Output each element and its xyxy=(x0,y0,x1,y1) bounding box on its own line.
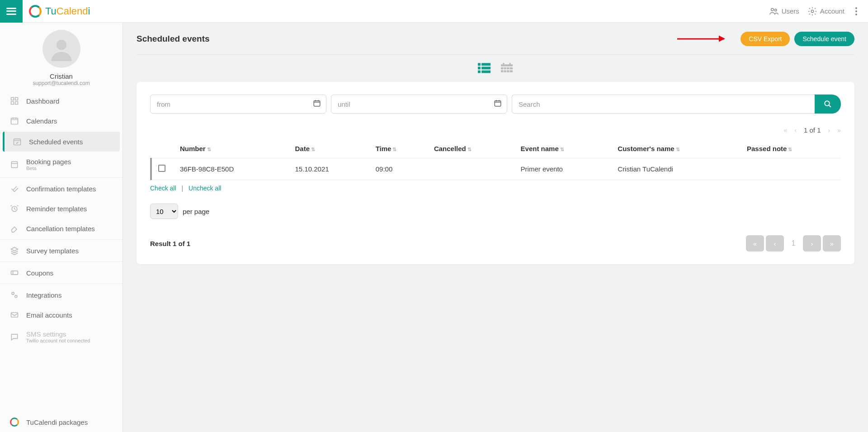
list-view-toggle[interactable] xyxy=(478,63,491,76)
prev-page-button[interactable]: ‹ xyxy=(766,235,784,252)
alarm-icon xyxy=(10,204,19,213)
last-page-button[interactable]: » xyxy=(837,127,841,134)
sidebar-item-coupons[interactable]: Coupons xyxy=(0,263,123,283)
cell-time: 09:00 xyxy=(369,158,428,180)
sidebar-item-label: Booking pages xyxy=(26,158,71,166)
table-row[interactable]: 36FB-98C8-E50D 15.10.2021 09:00 Primer e… xyxy=(151,158,841,180)
col-number[interactable]: Number⇅ xyxy=(174,139,289,158)
page-icon xyxy=(10,160,19,169)
col-passed[interactable]: Passed note⇅ xyxy=(741,139,841,158)
svg-rect-8 xyxy=(11,118,18,124)
sidebar-item-packages[interactable]: TuCalendi packages xyxy=(0,412,123,432)
calendar-view-toggle[interactable] xyxy=(500,63,513,76)
account-link[interactable]: Account xyxy=(807,6,844,16)
check-double-icon xyxy=(10,184,19,193)
users-link[interactable]: Users xyxy=(769,6,799,16)
check-all-link[interactable]: Check all xyxy=(150,185,176,192)
more-menu-button[interactable] xyxy=(853,5,860,18)
calendar-icon[interactable] xyxy=(313,99,321,109)
sidebar-item-email-accounts[interactable]: Email accounts xyxy=(0,305,123,325)
col-customer[interactable]: Customer's name⇅ xyxy=(611,139,741,158)
svg-point-1 xyxy=(774,9,777,11)
per-page-select[interactable]: 10 xyxy=(150,204,178,219)
main-content: Scheduled events CSV Export Schedule eve… xyxy=(123,23,868,432)
brand-logo[interactable]: TuCalendi xyxy=(23,5,90,18)
sidebar-item-cancellation-templates[interactable]: Cancellation templates xyxy=(0,218,123,238)
svg-rect-29 xyxy=(507,70,509,72)
svg-rect-24 xyxy=(504,67,506,69)
sidebar-item-label: Cancellation templates xyxy=(26,225,95,233)
profile-block: Cristian support@tucalendi.com xyxy=(0,23,123,91)
first-page-button[interactable]: « xyxy=(746,235,764,252)
calendar-grid-icon xyxy=(500,63,513,74)
search-icon xyxy=(824,100,832,108)
search-input[interactable] xyxy=(512,95,815,114)
sidebar-item-scheduled-events[interactable]: Scheduled events xyxy=(3,132,120,152)
sidebar-item-confirmation-templates[interactable]: Confirmation templates xyxy=(0,179,123,199)
uncheck-all-link[interactable]: Uncheck all xyxy=(189,185,221,192)
svg-rect-31 xyxy=(503,63,504,65)
page-indicator: 1 of 1 xyxy=(804,126,821,134)
svg-point-14 xyxy=(15,295,17,298)
list-icon xyxy=(478,63,491,74)
svg-rect-28 xyxy=(504,70,506,72)
svg-rect-16 xyxy=(478,63,481,66)
current-page: 1 xyxy=(786,239,801,247)
events-table: Number⇅ Date⇅ Time⇅ Cancelled⇅ Event nam… xyxy=(150,139,841,180)
sidebar-item-label: Dashboard xyxy=(26,97,59,105)
sidebar-item-label: Reminder templates xyxy=(26,205,87,213)
brand-text: TuCalendi xyxy=(45,5,90,17)
svg-point-13 xyxy=(12,292,14,294)
col-event[interactable]: Event name⇅ xyxy=(514,139,612,158)
event-check-icon xyxy=(13,137,22,146)
csv-export-button[interactable]: CSV Export xyxy=(741,32,790,46)
col-cancelled[interactable]: Cancelled⇅ xyxy=(428,139,514,158)
svg-rect-26 xyxy=(510,67,513,69)
result-text: Result 1 of 1 xyxy=(150,240,190,247)
svg-rect-27 xyxy=(501,70,503,72)
menu-toggle-button[interactable] xyxy=(0,0,23,23)
svg-rect-21 xyxy=(481,71,491,73)
sidebar-item-label: TuCalendi packages xyxy=(26,418,88,426)
sidebar-item-label: Integrations xyxy=(26,291,61,299)
profile-name: Cristian xyxy=(5,72,118,80)
sidebar-item-dashboard[interactable]: Dashboard xyxy=(0,91,123,111)
col-time[interactable]: Time⇅ xyxy=(369,139,428,158)
svg-rect-19 xyxy=(481,67,491,70)
pager-top: « ‹ 1 of 1 › » xyxy=(150,126,841,134)
cell-cancelled xyxy=(428,158,514,180)
last-page-button[interactable]: » xyxy=(823,235,841,252)
prev-page-button[interactable]: ‹ xyxy=(794,127,797,134)
next-page-button[interactable]: › xyxy=(828,127,830,134)
from-date-input[interactable] xyxy=(150,95,326,114)
schedule-event-button[interactable]: Schedule event xyxy=(794,32,854,46)
profile-email: support@tucalendi.com xyxy=(5,80,118,86)
svg-rect-30 xyxy=(510,70,513,72)
svg-rect-23 xyxy=(501,67,503,69)
svg-rect-5 xyxy=(15,98,18,100)
until-date-input[interactable] xyxy=(331,95,507,114)
calendar-icon xyxy=(10,116,19,125)
sidebar-item-label: Calendars xyxy=(26,117,57,125)
svg-point-35 xyxy=(825,101,830,106)
search-button[interactable] xyxy=(815,95,841,114)
sidebar-item-label: Scheduled events xyxy=(29,138,83,146)
next-page-button[interactable]: › xyxy=(803,235,821,252)
row-checkbox[interactable] xyxy=(158,165,165,172)
mail-icon xyxy=(10,310,19,319)
sidebar-item-calendars[interactable]: Calendars xyxy=(0,111,123,131)
first-page-button[interactable]: « xyxy=(784,127,788,134)
avatar[interactable] xyxy=(42,30,80,68)
svg-rect-25 xyxy=(507,67,509,69)
calendar-icon[interactable] xyxy=(494,99,502,109)
sidebar-item-reminder-templates[interactable]: Reminder templates xyxy=(0,199,123,218)
col-date[interactable]: Date⇅ xyxy=(289,139,369,158)
cell-number: 36FB-98C8-E50D xyxy=(174,158,289,180)
svg-rect-17 xyxy=(481,63,491,66)
sidebar-item-integrations[interactable]: Integrations xyxy=(0,285,123,305)
cell-passed xyxy=(741,158,841,180)
sidebar-item-survey-templates[interactable]: Survey templates xyxy=(0,241,123,261)
svg-rect-20 xyxy=(478,71,481,73)
page-title: Scheduled events xyxy=(137,34,210,44)
sidebar-item-booking-pages[interactable]: Booking pages Beta xyxy=(0,152,123,176)
